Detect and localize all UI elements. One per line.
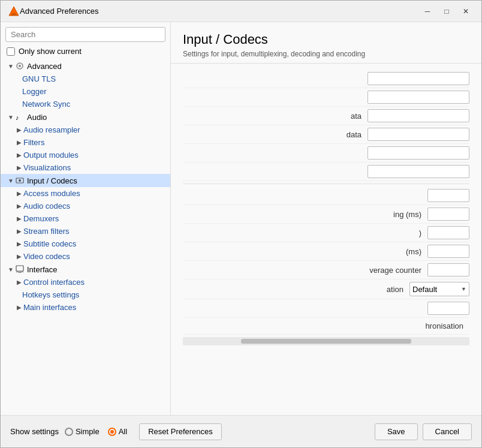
sidebar-item-video-codecs-label: Video codecs [23, 252, 70, 261]
sidebar: Only show current ▼ Advanced GNU TLS [1, 22, 171, 415]
sidebar-item-audio-resampler[interactable]: ▶ Audio resampler [1, 124, 170, 136]
radio-group: Simple All [65, 427, 127, 436]
sidebar-item-video-codecs[interactable]: ▶ Video codecs [1, 250, 170, 263]
settings-row-text1: hronisation [183, 318, 469, 335]
settings-row-spin3: ) ▲ ▼ [183, 224, 469, 242]
cancel-button[interactable]: Cancel [423, 423, 472, 440]
sidebar-item-access-modules[interactable]: ▶ Access modules [1, 187, 170, 200]
settings-row-4: data [183, 125, 469, 144]
settings-row-select1: ation Default ▼ [183, 279, 469, 299]
sidebar-item-filters[interactable]: ▶ Filters [1, 136, 170, 149]
sidebar-item-main-interfaces[interactable]: ▶ Main interfaces [1, 301, 170, 314]
sidebar-item-gnu-tls-label: GNU TLS [22, 74, 56, 83]
sidebar-item-visualizations[interactable]: ▶ Visualizations [1, 161, 170, 174]
spin4-label: (ms) [183, 247, 427, 256]
row5-input[interactable] [367, 146, 469, 160]
content-subtitle: Settings for input, demultiplexing, deco… [183, 50, 469, 58]
row4-input[interactable] [367, 128, 469, 141]
chevron-down-icon-iface: ▼ [7, 265, 15, 273]
spinbox-5: ▲ ▼ [427, 263, 469, 276]
chevron-right-icon-filters: ▶ [15, 139, 23, 147]
radio-simple-label: Simple [76, 427, 100, 436]
settings-row-spin5: verage counter ▲ ▼ [183, 261, 469, 279]
spin3-label: ) [183, 228, 427, 237]
search-input[interactable] [5, 27, 165, 42]
sidebar-item-input-codecs[interactable]: ▼ Input / Codecs [1, 174, 170, 187]
chevron-right-icon: ▶ [15, 126, 23, 134]
music-icon: ♪ [15, 112, 25, 122]
svg-point-7 [19, 179, 21, 182]
sidebar-item-gnu-tls[interactable]: GNU TLS [1, 73, 170, 85]
spinbox-5-input[interactable] [428, 266, 469, 275]
sidebar-item-stream-filters[interactable]: ▶ Stream filters [1, 225, 170, 237]
save-button[interactable]: Save [375, 423, 418, 440]
sidebar-item-demuxers[interactable]: ▶ Demuxers [1, 212, 170, 225]
sidebar-item-interface-label: Interface [27, 265, 58, 274]
settings-row-spin1: ▲ ▼ [183, 187, 469, 205]
sidebar-item-output-modules[interactable]: ▶ Output modules [1, 149, 170, 161]
input-icon [15, 176, 25, 185]
interface-icon [15, 264, 25, 274]
radio-all-circle [108, 428, 116, 436]
chevron-down-icon-input: ▼ [7, 176, 15, 185]
spinbox-3-input[interactable] [428, 228, 469, 237]
sidebar-item-subtitle-codecs-label: Subtitle codecs [23, 239, 76, 248]
chevron-right-icon-stream: ▶ [15, 227, 23, 236]
sidebar-item-audio[interactable]: ▼ ♪ Audio [1, 110, 170, 124]
reset-preferences-button[interactable]: Reset Preferences [139, 423, 222, 440]
sidebar-item-visualizations-label: Visualizations [23, 163, 71, 172]
spin2-control: ▲ ▼ [427, 208, 469, 221]
svg-rect-1 [12, 13, 16, 14]
sidebar-item-subtitle-codecs[interactable]: ▶ Subtitle codecs [1, 237, 170, 250]
radio-all[interactable]: All [108, 427, 127, 436]
sidebar-item-demuxers-label: Demuxers [23, 214, 59, 223]
settings-row-3: ata [183, 107, 469, 125]
row3-control [367, 109, 469, 122]
svg-rect-2 [11, 14, 17, 16]
sidebar-item-control-interfaces[interactable]: ▶ Control interfaces [1, 276, 170, 288]
spinbox-1-input[interactable] [428, 191, 469, 200]
only-show-current-checkbox[interactable] [7, 47, 15, 56]
horizontal-scrollbar-thumb [241, 339, 411, 344]
spin1-control: ▲ ▼ [427, 189, 469, 202]
row6-input[interactable] [367, 165, 469, 178]
sidebar-item-interface[interactable]: ▼ Interface [1, 263, 170, 276]
row3-input[interactable] [367, 109, 469, 122]
sidebar-item-logger-label: Logger [22, 87, 46, 96]
horizontal-scrollbar[interactable] [183, 337, 469, 345]
sidebar-item-filters-label: Filters [23, 138, 44, 147]
row4-label: data [183, 130, 367, 139]
sidebar-item-audio-label: Audio [27, 113, 47, 122]
settings-row-6 [183, 163, 469, 181]
only-show-current-row: Only show current [1, 44, 170, 59]
select-1[interactable]: Default ▼ [409, 282, 469, 296]
titlebar: Advanced Preferences ─ □ ✕ [1, 1, 481, 22]
tree: ▼ Advanced GNU TLS Logger Network Sync [1, 59, 170, 415]
content-title: Input / Codecs [183, 32, 469, 47]
chevron-down-icon-audio: ▼ [7, 113, 15, 121]
row1-input[interactable] [367, 72, 469, 85]
sidebar-item-control-interfaces-label: Control interfaces [23, 278, 85, 287]
settings-row-spin6: ▲ ▼ [183, 299, 469, 318]
content-body: ata data [171, 64, 481, 415]
sidebar-item-logger[interactable]: Logger [1, 85, 170, 98]
chevron-down-icon-select: ▼ [461, 286, 466, 292]
sidebar-item-advanced[interactable]: ▼ Advanced [1, 59, 170, 73]
spinbox-6-input[interactable] [428, 304, 469, 313]
spinbox-2-input[interactable] [428, 210, 469, 219]
sidebar-item-audio-codecs[interactable]: ▶ Audio codecs [1, 200, 170, 212]
minimize-button[interactable]: ─ [419, 5, 436, 18]
spinbox-4-input[interactable] [428, 247, 469, 256]
row3-label: ata [183, 112, 367, 121]
spinbox-4: ▲ ▼ [427, 245, 469, 258]
row2-input[interactable] [367, 91, 469, 104]
spin2-label: ing (ms) [183, 210, 427, 219]
settings-row-spin2: ing (ms) ▲ ▼ [183, 205, 469, 224]
close-button[interactable]: ✕ [457, 5, 474, 18]
chevron-right-icon-ctrl: ▶ [15, 278, 23, 287]
maximize-button[interactable]: □ [438, 5, 455, 18]
sidebar-item-network-sync[interactable]: Network Sync [1, 98, 170, 110]
radio-simple[interactable]: Simple [65, 427, 100, 436]
sidebar-item-hotkeys[interactable]: Hotkeys settings [1, 288, 170, 301]
content-header: Input / Codecs Settings for input, demul… [171, 22, 481, 64]
